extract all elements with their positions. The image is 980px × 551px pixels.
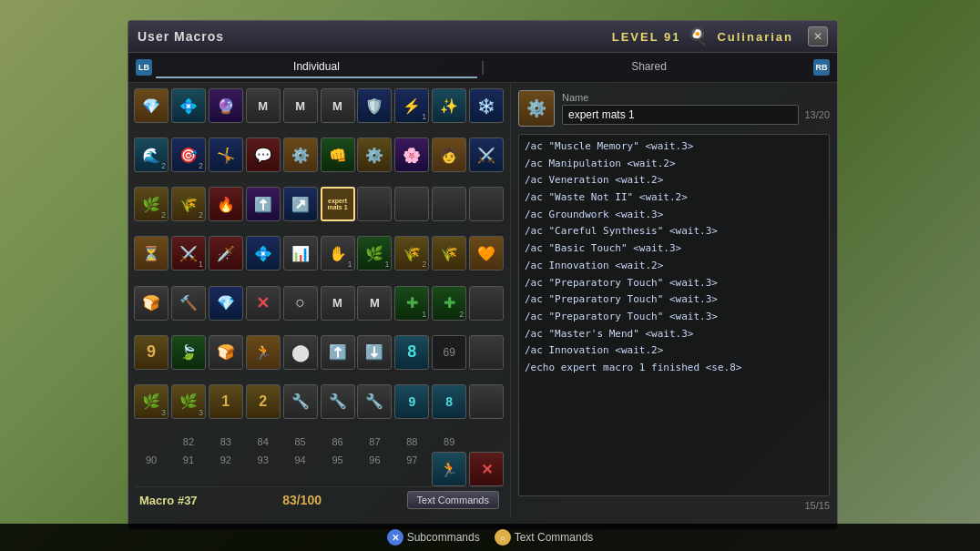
macro-cell[interactable]: 🗡️ — [209, 236, 243, 270]
macro-cell[interactable]: ✋1 — [321, 236, 355, 270]
macro-cell[interactable]: ⚡1 — [394, 88, 429, 123]
macro-cell[interactable] — [432, 187, 466, 221]
macro-cell[interactable]: 9 — [394, 384, 429, 419]
macro-cell[interactable] — [394, 187, 429, 221]
macro-cell[interactable]: ❄️ — [469, 88, 504, 123]
right-panel: ⚙️ Name 13/20 /ac "Muscle Memory" <wait.… — [511, 83, 837, 518]
macro-cell[interactable]: ✚1 — [394, 286, 429, 321]
macro-cell[interactable]: ⬇️ — [357, 335, 392, 370]
command-line-14: /echo expert macro 1 finished <se.8> — [525, 360, 823, 377]
macro-cell[interactable]: 2 — [246, 384, 281, 419]
close-button[interactable]: ✕ — [808, 26, 828, 46]
macro-cell[interactable]: ↗️ — [283, 187, 318, 221]
macro-cell[interactable]: 🎯2 — [171, 138, 206, 172]
tab-shared[interactable]: Shared — [488, 56, 810, 78]
macro-cell[interactable]: ⬆️ — [246, 187, 281, 221]
macro-cell[interactable]: 🔧 — [321, 384, 355, 419]
circle-button[interactable]: ○ — [495, 529, 511, 546]
commands-count: 15/15 — [804, 500, 830, 511]
macro-cell[interactable]: 9 — [134, 335, 168, 370]
macro-cell[interactable]: 🔧 — [357, 384, 392, 419]
macro-cell[interactable]: 💠 — [246, 236, 281, 270]
macro-cell-run[interactable]: 🏃 — [432, 452, 466, 486]
macro-cell[interactable]: 8 — [432, 384, 466, 419]
macro-cell[interactable]: M — [283, 88, 318, 123]
macro-cell[interactable]: 💎 — [134, 88, 168, 123]
macro-cell[interactable]: M — [246, 88, 281, 123]
macro-cell[interactable]: 🔧 — [283, 384, 318, 419]
macro-cell[interactable]: 🔮 — [209, 88, 243, 123]
macro-cell[interactable]: 🌿3 — [171, 384, 206, 419]
macro-cell[interactable] — [469, 335, 504, 370]
macro-cell[interactable]: ✕ — [246, 286, 281, 321]
macro-cell[interactable] — [469, 286, 504, 321]
macro-cell[interactable]: 🌿2 — [134, 187, 168, 221]
macro-cell[interactable]: ✨ — [432, 88, 466, 123]
command-line-10: /ac "Preparatory Touch" <wait.3> — [525, 291, 823, 309]
level-label: LEVEL 91 — [612, 30, 681, 44]
macro-cell[interactable]: 🍞 — [134, 286, 168, 321]
macro-cell[interactable]: ⚙️ — [357, 138, 392, 172]
macro-cell[interactable]: 📊 — [283, 236, 318, 270]
num-label-82: 82 — [171, 434, 206, 450]
macro-cell[interactable]: 🌿3 — [134, 384, 168, 419]
macro-cell[interactable]: 💬 — [246, 138, 281, 172]
macro-cell[interactable]: 🌾2 — [394, 236, 429, 270]
macro-cell[interactable]: 🏃 — [246, 335, 281, 370]
macro-cell[interactable]: 👊 — [321, 138, 355, 172]
macro-cell[interactable]: ⬤ — [283, 335, 318, 370]
macro-cell[interactable]: 💠 — [171, 88, 206, 123]
lb-button[interactable]: LB — [136, 59, 152, 76]
macro-cell[interactable]: 1 — [209, 384, 243, 419]
macro-cell-selected[interactable]: expert mats 1 — [321, 187, 355, 221]
macro-cell[interactable]: ⚔️ — [469, 138, 504, 172]
macro-cell[interactable] — [469, 384, 504, 419]
macro-cell[interactable]: 🍞 — [209, 335, 243, 370]
macro-cell[interactable]: 🛡️ — [357, 88, 392, 123]
tab-individual[interactable]: Individual — [156, 56, 477, 78]
macro-cell[interactable] — [469, 187, 504, 221]
macro-cell[interactable]: 💎 — [209, 286, 243, 321]
cross-button[interactable]: ✕ — [387, 529, 403, 546]
macro-cell[interactable]: ⬆️ — [321, 335, 355, 370]
num-label-88: 88 — [394, 434, 429, 450]
taskbar-subcommands: ✕ Subcommands — [387, 529, 480, 546]
command-line-11: /ac "Preparatory Touch" <wait.3> — [525, 309, 823, 326]
macro-cell-x[interactable]: ✕ — [469, 452, 504, 486]
macro-grid: 💎 💠 🔮 M M M 🛡️ ⚡1 ✨ ❄️ 🌊2 🎯2 🤸 💬 ⚙️ 👊 ⚙️… — [134, 88, 505, 432]
macro-cell[interactable]: M — [321, 286, 355, 321]
commands-area[interactable]: /ac "Muscle Memory" <wait.3> /ac Manipul… — [518, 134, 830, 496]
macro-cell[interactable]: ✚2 — [432, 286, 466, 321]
macro-cell[interactable]: 🌸 — [394, 138, 429, 172]
macro-cell[interactable]: 🌾2 — [171, 187, 206, 221]
macro-cell[interactable]: 🧡 — [469, 236, 504, 270]
macro-cell[interactable] — [357, 187, 392, 221]
num-label-86: 86 — [321, 434, 355, 450]
macro-cell[interactable]: 🌊2 — [134, 138, 168, 172]
num-label-87: 87 — [357, 434, 392, 450]
macro-number: Macro #37 — [139, 494, 198, 507]
macro-cell[interactable]: 🤸 — [209, 138, 243, 172]
macro-cell[interactable]: 🌿1 — [357, 236, 392, 270]
num-label-84: 84 — [246, 434, 281, 450]
left-panel: 💎 💠 🔮 M M M 🛡️ ⚡1 ✨ ❄️ 🌊2 🎯2 🤸 💬 ⚙️ 👊 ⚙️… — [128, 83, 511, 518]
macro-cell[interactable]: 69 — [432, 335, 466, 370]
macro-cell[interactable]: ⚙️ — [283, 138, 318, 172]
macro-cell[interactable]: M — [357, 286, 392, 321]
taskbar: ✕ Subcommands ○ Text Commands — [0, 524, 980, 551]
rb-button[interactable]: RB — [813, 59, 830, 76]
command-line-6: /ac "Careful Synthesis" <wait.3> — [525, 223, 823, 240]
macro-cell[interactable]: ○ — [283, 286, 318, 321]
macro-cell[interactable]: ⏳ — [134, 236, 168, 270]
macro-cell[interactable]: 🌾 — [432, 236, 466, 270]
macro-cell[interactable]: 🔨 — [171, 286, 206, 321]
text-commands-button[interactable]: Text Commands — [407, 491, 499, 509]
macro-cell[interactable]: ⚔️1 — [171, 236, 206, 270]
macro-cell[interactable]: M — [321, 88, 355, 123]
macro-cell[interactable]: 8 — [394, 335, 429, 370]
macro-cell[interactable]: 🍃 — [171, 335, 206, 370]
macro-name-input[interactable] — [562, 105, 799, 125]
macro-cell[interactable]: 🧑 — [432, 138, 466, 172]
subcommands-label: Subcommands — [407, 531, 480, 544]
macro-cell[interactable]: 🔥 — [209, 187, 243, 221]
